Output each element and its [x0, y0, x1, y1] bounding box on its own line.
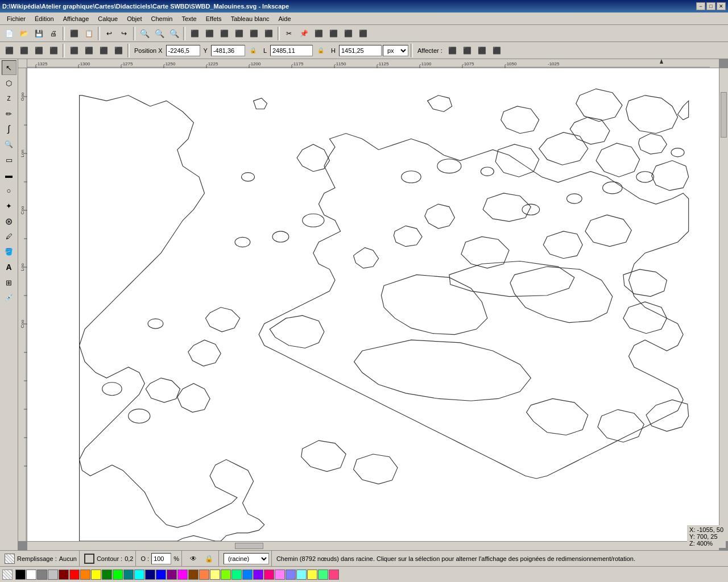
palette-color-1[interactable] — [26, 569, 36, 580]
toolbar-btn-12[interactable]: 📌 — [297, 27, 311, 40]
menu-item-texte[interactable]: Texte — [177, 14, 201, 23]
toolbar-btn-8[interactable]: ⬛ — [232, 27, 246, 40]
palette-color-21[interactable] — [242, 569, 253, 580]
toolbar-btn-7[interactable]: ⬛ — [217, 27, 231, 40]
scrollbar-v-thumb[interactable] — [721, 92, 727, 138]
opacity-input[interactable] — [151, 553, 171, 564]
palette-color-25[interactable] — [286, 569, 296, 580]
snap-btn-1[interactable]: ⬛ — [2, 44, 16, 57]
pen-tool-button[interactable]: 🖊 — [2, 229, 16, 244]
toolbar-btn-11[interactable]: ✂ — [282, 27, 296, 40]
lock-btn[interactable]: 🔒 — [246, 44, 260, 57]
snap-btn-4[interactable]: ⬛ — [47, 44, 60, 57]
palette-color-14[interactable] — [167, 569, 177, 580]
toolbar-btn-13[interactable]: ⬛ — [312, 27, 325, 40]
spiral-tool-button[interactable]: ⊛ — [2, 214, 16, 228]
magnify-tool-button[interactable]: 🔍 — [2, 137, 16, 152]
minimize-button[interactable]: − — [696, 2, 705, 10]
palette-color-8[interactable] — [102, 569, 112, 580]
print-button[interactable]: 🖨 — [47, 27, 60, 40]
toolbar-btn-5[interactable]: ⬛ — [188, 27, 201, 40]
paint-tool-button[interactable]: 🪣 — [2, 244, 16, 259]
save-button[interactable]: 💾 — [32, 27, 46, 40]
palette-color-9[interactable] — [113, 569, 123, 580]
import-button[interactable]: ⬛ — [67, 27, 81, 40]
palette-color-24[interactable] — [275, 569, 285, 580]
palette-color-26[interactable] — [296, 569, 307, 580]
palette-color-17[interactable] — [199, 569, 209, 580]
palette-color-23[interactable] — [264, 569, 274, 580]
menu-item-calque[interactable]: Calque — [93, 14, 122, 23]
palette-color-5[interactable] — [69, 569, 80, 580]
connector-tool-button[interactable]: ⊞ — [2, 275, 16, 290]
zoom-tool-button[interactable]: Z — [2, 91, 16, 106]
rounded-rect-tool-button[interactable]: ▬ — [2, 168, 16, 182]
undo-button[interactable]: ↩ — [102, 27, 116, 40]
text-tool-button[interactable]: A — [2, 260, 16, 275]
calligraph-tool-button[interactable]: ∫ — [2, 122, 16, 136]
palette-color-12[interactable] — [145, 569, 155, 580]
align-btn-2[interactable]: ⬛ — [82, 44, 96, 57]
palette-color-6[interactable] — [80, 569, 90, 580]
affect-btn-4[interactable]: ⬛ — [490, 44, 504, 57]
redo-button[interactable]: ↪ — [117, 27, 131, 40]
close-button[interactable]: ✕ — [717, 2, 726, 10]
menu-item-aide[interactable]: Aide — [274, 14, 296, 23]
palette-color-10[interactable] — [123, 569, 134, 580]
palette-color-22[interactable] — [253, 569, 263, 580]
palette-color-18[interactable] — [210, 569, 220, 580]
palette-color-2[interactable] — [37, 569, 47, 580]
palette-color-27[interactable] — [307, 569, 317, 580]
new-button[interactable]: 📄 — [2, 27, 16, 40]
no-color-swatch[interactable] — [2, 569, 13, 580]
snap-btn-2[interactable]: ⬛ — [17, 44, 31, 57]
palette-color-28[interactable] — [318, 569, 328, 580]
open-button[interactable]: 📂 — [17, 27, 31, 40]
lock-layer-btn[interactable]: 🔒 — [202, 552, 216, 566]
affect-btn-2[interactable]: ⬛ — [461, 44, 474, 57]
canvas-container[interactable]: -1325 -1300 -1275 -1250 -1225 -1200 -117… — [18, 59, 728, 550]
scrollbar-horizontal[interactable] — [27, 541, 719, 550]
toolbar-btn-14[interactable]: ⬛ — [326, 27, 340, 40]
affect-btn-1[interactable]: ⬛ — [446, 44, 460, 57]
select-tool-button[interactable]: ↖ — [2, 60, 16, 75]
zoom-out-button[interactable]: 🔍 — [152, 27, 166, 40]
palette-color-11[interactable] — [134, 569, 144, 580]
palette-color-29[interactable] — [329, 569, 339, 580]
palette-color-20[interactable] — [231, 569, 242, 580]
rect-tool-button[interactable]: ▭ — [2, 152, 16, 167]
width-input[interactable] — [270, 45, 313, 56]
palette-color-19[interactable] — [221, 569, 231, 580]
toolbar-btn-6[interactable]: ⬛ — [202, 27, 216, 40]
fill-swatch[interactable] — [5, 554, 15, 564]
palette-color-16[interactable] — [188, 569, 198, 580]
align-btn-1[interactable]: ⬛ — [67, 44, 81, 57]
height-input[interactable] — [339, 45, 382, 56]
menu-item-édition[interactable]: Édition — [30, 14, 59, 23]
position-x-input[interactable] — [166, 45, 200, 56]
toolbar-btn-10[interactable]: ⬛ — [262, 27, 275, 40]
zoom-fit-button[interactable]: 🔍 — [167, 27, 181, 40]
menu-item-tableau blanc[interactable]: Tableau blanc — [226, 14, 274, 23]
palette-color-13[interactable] — [156, 569, 166, 580]
palette-color-0[interactable] — [15, 569, 26, 580]
menu-item-chemin[interactable]: Chemin — [146, 14, 177, 23]
palette-color-7[interactable] — [91, 569, 101, 580]
pencil-tool-button[interactable]: ✏ — [2, 106, 16, 121]
zoom-in-button[interactable]: 🔍 — [138, 27, 151, 40]
lock-size-btn[interactable]: 🔒 — [314, 44, 328, 57]
maximize-button[interactable]: □ — [706, 2, 715, 10]
unit-select[interactable]: px mm cm — [383, 45, 408, 56]
palette-color-15[interactable] — [177, 569, 188, 580]
align-btn-4[interactable]: ⬛ — [111, 44, 125, 57]
menu-item-affichage[interactable]: Affichage — [59, 14, 94, 23]
export-button[interactable]: 📋 — [82, 27, 96, 40]
stroke-swatch[interactable] — [84, 554, 94, 564]
position-y-input[interactable] — [211, 45, 245, 56]
layer-select[interactable]: (racine) — [224, 553, 269, 564]
node-tool-button[interactable]: ⬡ — [2, 76, 16, 90]
star-tool-button[interactable]: ✦ — [2, 198, 16, 213]
align-btn-3[interactable]: ⬛ — [97, 44, 110, 57]
menu-item-fichier[interactable]: Fichier — [2, 14, 30, 23]
dropper-tool-button[interactable]: 💉 — [2, 290, 16, 305]
